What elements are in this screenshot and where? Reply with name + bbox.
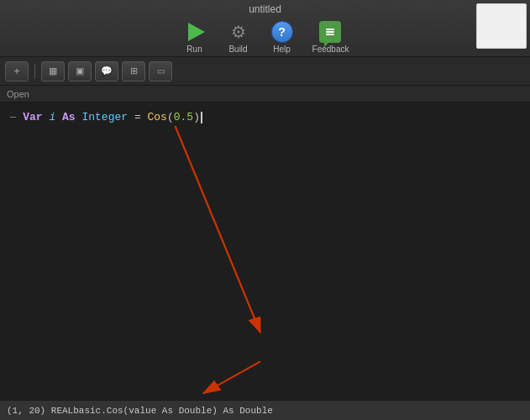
svg-line-3 [203, 361, 260, 393]
code-line-1: — Var i As Integer = Cos ( 0.5 ) [10, 109, 520, 126]
help-label: Help [273, 45, 291, 54]
add-icon: + [13, 65, 20, 77]
preview-box [476, 3, 527, 49]
run-icon [183, 20, 207, 44]
keyword-as: As [62, 109, 76, 126]
feedback-icon [318, 20, 342, 44]
editor-area[interactable]: — Var i As Integer = Cos ( 0.5 ) [0, 102, 530, 420]
feedback-button[interactable]: Feedback [307, 18, 354, 55]
grid2-button[interactable]: ▣ [68, 61, 92, 81]
annotation-arrow [0, 102, 530, 420]
title-bar: untitled Run ⚙ Build ? Help [0, 0, 530, 57]
help-icon: ? [270, 20, 294, 44]
argument-value: 0.5 [174, 109, 193, 126]
line-indicator: — [10, 110, 16, 125]
editor-content: — Var i As Integer = Cos ( 0.5 ) [0, 102, 530, 133]
window-title: untitled [249, 3, 281, 15]
run-label: Run [186, 45, 202, 54]
operator-eq: = [134, 109, 141, 126]
help-button[interactable]: ? Help [264, 18, 301, 55]
grid1-button[interactable]: ▦ [41, 61, 65, 81]
screen-button[interactable]: ▭ [149, 61, 172, 81]
var-name: i [49, 109, 55, 126]
comment-icon: 💬 [101, 66, 113, 76]
build-icon: ⚙ [227, 20, 250, 44]
grid2-icon: ▣ [76, 66, 84, 76]
svg-line-2 [175, 126, 260, 333]
comment-button[interactable]: 💬 [95, 61, 118, 81]
paren-close: ) [193, 109, 200, 126]
table-button[interactable]: ⊞ [122, 61, 145, 81]
grid1-icon: ▦ [49, 66, 57, 76]
function-cos: Cos [148, 109, 167, 126]
separator-1 [34, 64, 35, 79]
feedback-label: Feedback [312, 45, 349, 54]
open-label: Open [7, 89, 29, 99]
build-label: Build [228, 45, 247, 54]
table-icon: ⊞ [130, 66, 138, 76]
paren-open: ( [167, 109, 174, 126]
type-integer: Integer [81, 109, 128, 126]
run-button[interactable]: Run [176, 18, 213, 55]
screen-icon: ▭ [157, 66, 165, 76]
keyword-var: Var [23, 109, 42, 126]
editor-wrapper: — Var i As Integer = Cos ( 0.5 ) [0, 102, 530, 420]
main-layout: + ▦ ▣ 💬 ⊞ ▭ Open — Var i As [0, 57, 530, 420]
main-toolbar: Run ⚙ Build ? Help [176, 18, 354, 55]
status-bar: (1, 20) REALbasic.Cos(value As Double) A… [0, 400, 530, 420]
status-text: (1, 20) REALbasic.Cos(value As Double) A… [7, 406, 273, 416]
build-button[interactable]: ⚙ Build [220, 18, 257, 55]
cursor [201, 112, 202, 123]
add-button[interactable]: + [5, 61, 29, 81]
secondary-toolbar: + ▦ ▣ 💬 ⊞ ▭ [0, 57, 530, 86]
open-label-bar: Open [0, 86, 530, 102]
